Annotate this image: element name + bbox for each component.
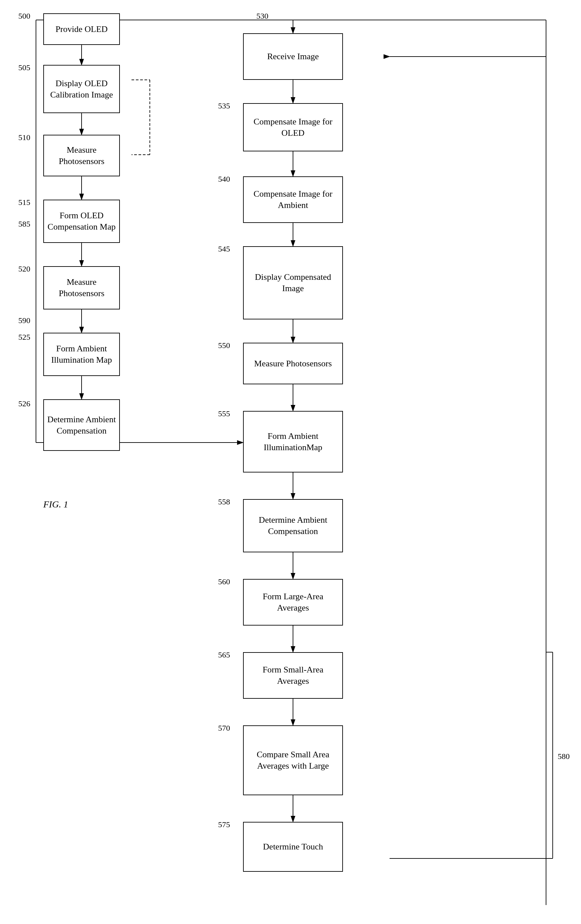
label-575: 575 — [218, 820, 230, 829]
label-520: 520 — [18, 264, 30, 274]
label-526: 526 — [18, 399, 30, 408]
label-590: 590 — [18, 316, 30, 325]
box-measure-photo-2: Measure Photosensors — [43, 266, 120, 309]
box-determine-touch: Determine Touch — [243, 822, 343, 872]
label-565: 565 — [218, 650, 230, 660]
label-555: 555 — [218, 409, 230, 418]
box-provide-oled: Provide OLED — [43, 13, 120, 45]
box-determine-ambient-2: Determine Ambient Compensation — [243, 499, 343, 552]
label-540: 540 — [218, 175, 230, 184]
box-form-large: Form Large-Area Averages — [243, 579, 343, 625]
box-measure-photo-1: Measure Photosensors — [43, 135, 120, 177]
box-compensate-ambient: Compensate Image for Ambient — [243, 177, 343, 223]
fig-label: FIG. 1 — [43, 499, 68, 510]
box-receive-image: Receive Image — [243, 33, 343, 80]
label-580: 580 — [558, 752, 570, 761]
label-525: 525 — [18, 333, 30, 342]
label-560: 560 — [218, 577, 230, 586]
label-545: 545 — [218, 244, 230, 254]
label-570: 570 — [218, 724, 230, 733]
box-measure-photo-3: Measure Photosensors — [243, 343, 343, 384]
label-505: 505 — [18, 63, 30, 72]
box-compare-small: Compare Small Area Averages with Large — [243, 725, 343, 795]
label-500: 500 — [18, 12, 30, 21]
box-display-comp: Display Compensated Image — [243, 246, 343, 319]
label-550: 550 — [218, 341, 230, 350]
box-form-oled-comp: Form OLED Compensation Map — [43, 200, 120, 243]
label-515: 515 — [18, 198, 30, 207]
box-determine-ambient: Determine Ambient Compensation — [43, 399, 120, 451]
diagram: 500 Provide OLED 505 Display OLED Calibr… — [0, 0, 581, 924]
label-530: 530 — [257, 12, 268, 21]
box-form-ambient: Form Ambient Illumination Map — [43, 333, 120, 376]
box-form-ambient-2: Form Ambient IlluminationMap — [243, 411, 343, 472]
label-558: 558 — [218, 497, 230, 507]
box-display-oled-cal: Display OLED Calibration Image — [43, 65, 120, 113]
label-585: 585 — [18, 219, 30, 229]
box-form-small: Form Small-Area Averages — [243, 652, 343, 699]
box-compensate-oled: Compensate Image for OLED — [243, 103, 343, 152]
label-510: 510 — [18, 133, 30, 142]
label-535: 535 — [218, 101, 230, 111]
